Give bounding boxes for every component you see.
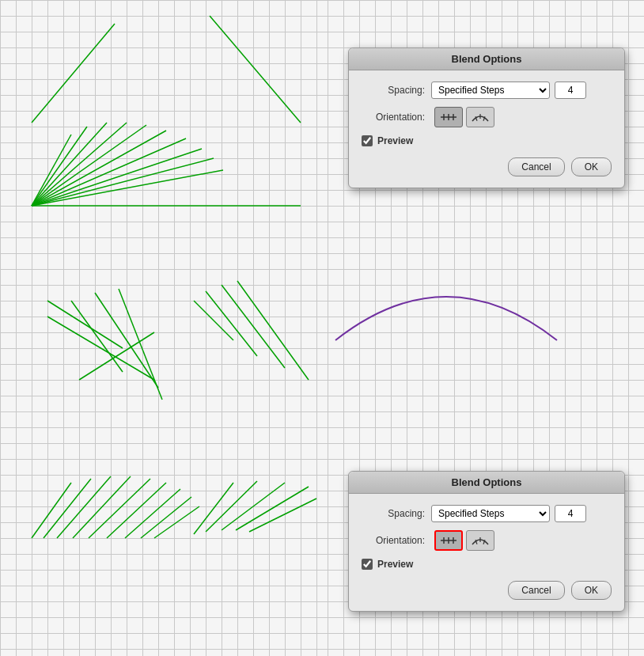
blend-options-dialog-top: Blend Options Spacing: Specified Steps S… — [348, 47, 625, 188]
preview-label-top: Preview — [377, 135, 413, 146]
dialog-title-top: Blend Options — [349, 48, 624, 70]
spacing-select-top[interactable]: Specified Steps Smooth Color Specified D… — [431, 82, 550, 99]
orient-page-btn-top[interactable] — [434, 107, 463, 127]
ok-button-bottom[interactable]: OK — [571, 581, 612, 600]
orient-path-btn-bottom[interactable] — [466, 530, 494, 551]
dialog-title-bottom: Blend Options — [349, 472, 624, 494]
cancel-button-bottom[interactable]: Cancel — [508, 581, 564, 600]
spacing-select-bottom[interactable]: Specified Steps Smooth Color Specified D… — [431, 505, 550, 522]
spacing-label-top: Spacing: — [362, 85, 425, 96]
steps-input-bottom[interactable] — [555, 505, 586, 522]
spacing-label-bottom: Spacing: — [362, 508, 425, 519]
orient-page-btn-bottom[interactable] — [434, 530, 463, 551]
preview-checkbox-top[interactable] — [362, 135, 373, 146]
blend-options-dialog-bottom: Blend Options Spacing: Specified Steps S… — [348, 471, 625, 612]
steps-input-top[interactable]: 4 — [555, 82, 586, 99]
orientation-label-bottom: Orientation: — [362, 535, 425, 546]
ok-button-top[interactable]: OK — [571, 157, 612, 176]
preview-checkbox-bottom[interactable] — [362, 559, 373, 570]
preview-label-bottom: Preview — [377, 559, 413, 570]
orient-path-btn-top[interactable] — [466, 107, 494, 127]
cancel-button-top[interactable]: Cancel — [508, 157, 564, 176]
canvas-left — [0, 0, 328, 656]
orientation-label-top: Orientation: — [362, 112, 425, 123]
